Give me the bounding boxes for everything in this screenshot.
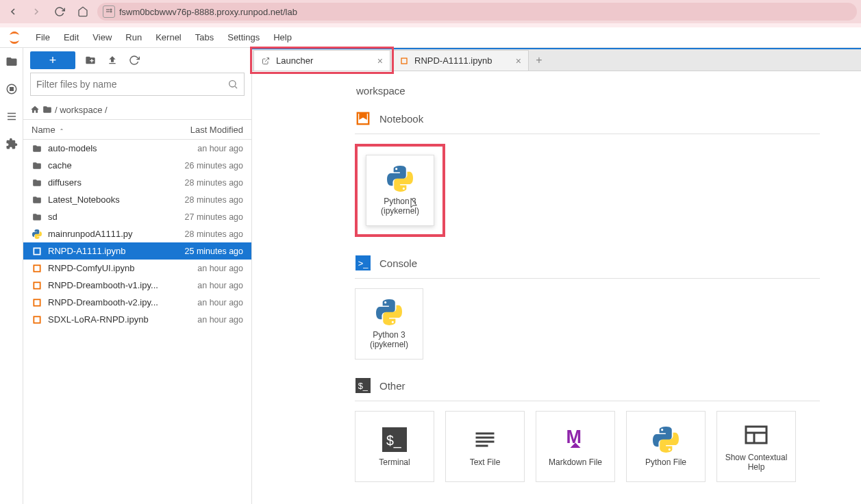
python-icon	[386, 165, 414, 192]
svg-rect-5	[10, 88, 13, 91]
toc-icon[interactable]	[5, 110, 18, 123]
file-row[interactable]: Latest_Notebooks28 minutes ago	[23, 191, 251, 208]
notebook-python3-card[interactable]: Python 3 (ipykernel)	[366, 155, 434, 226]
running-icon[interactable]	[5, 82, 18, 96]
section-console: >_ Console Python 3 (ipykernel)	[355, 255, 861, 360]
text-icon	[471, 426, 499, 453]
svg-point-9	[229, 81, 236, 87]
new-folder-icon[interactable]	[84, 53, 97, 67]
file-time: an hour ago	[197, 281, 243, 290]
svg-rect-13	[34, 282, 40, 288]
file-name: Latest_Notebooks	[48, 194, 179, 205]
forward-button[interactable]	[27, 3, 45, 21]
tab-launcher[interactable]: Launcher ×	[253, 50, 390, 71]
py-icon	[32, 229, 42, 239]
notebook-section-icon	[355, 110, 371, 127]
file-name: auto-models	[48, 143, 192, 153]
extensions-icon[interactable]	[5, 137, 18, 151]
filter-input[interactable]	[36, 79, 227, 90]
other-section-icon: $_	[355, 377, 371, 394]
col-modified[interactable]: Last Modified	[190, 125, 243, 135]
card-label: Text File	[470, 457, 501, 467]
home-icon	[30, 105, 40, 114]
menu-edit[interactable]: Edit	[57, 27, 86, 47]
file-row[interactable]: RNPD-A1111.ipynb25 minutes ago	[23, 242, 251, 260]
nb-icon	[32, 315, 42, 325]
launch-icon	[261, 56, 271, 66]
new-launcher-button[interactable]: +	[30, 51, 75, 69]
file-row[interactable]: RNPD-ComfyUI.ipynban hour ago	[23, 260, 251, 277]
file-time: 28 minutes ago	[185, 195, 243, 205]
menu-view[interactable]: View	[86, 27, 118, 47]
svg-point-3	[110, 11, 112, 12]
activity-bar	[0, 48, 23, 504]
section-title: Other	[379, 380, 405, 392]
card-label: Python File	[645, 457, 686, 467]
upload-icon[interactable]	[105, 53, 119, 67]
folder-icon	[32, 178, 42, 188]
pythonfile-card[interactable]: Python File	[626, 411, 706, 482]
menu-kernel[interactable]: Kernel	[149, 27, 188, 47]
url-text: fswm0bcbwwv76p-8888.proxy.runpod.net/lab	[119, 7, 297, 17]
reload-button[interactable]	[51, 3, 68, 21]
svg-text:$_: $_	[386, 432, 402, 448]
file-list: auto-modelsan hour agocache26 minutes ag…	[23, 140, 251, 504]
help-card[interactable]: Show Contextual Help	[716, 411, 796, 482]
menu-tabs[interactable]: Tabs	[188, 27, 221, 47]
back-button[interactable]	[4, 3, 22, 21]
url-bar[interactable]: fswm0bcbwwv76p-8888.proxy.runpod.net/lab	[97, 3, 857, 21]
tab-label: Launcher	[276, 55, 313, 66]
close-icon[interactable]: ×	[516, 55, 521, 66]
file-row[interactable]: mainrunpodA1111.py28 minutes ago	[23, 225, 251, 242]
browser-toolbar: fswm0bcbwwv76p-8888.proxy.runpod.net/lab	[0, 0, 861, 23]
file-row[interactable]: diffusers28 minutes ago	[23, 174, 251, 191]
breadcrumb[interactable]: / workspace /	[23, 100, 251, 119]
file-row[interactable]: SDXL-LoRA-RNPD.ipynban hour ago	[23, 311, 251, 328]
file-name: cache	[48, 160, 179, 171]
svg-line-10	[235, 86, 237, 88]
svg-rect-28	[476, 444, 488, 446]
refresh-icon[interactable]	[127, 53, 141, 67]
markdown-icon: M	[562, 426, 589, 453]
add-tab-button[interactable]: +	[529, 50, 549, 71]
nb-icon	[32, 281, 42, 290]
notebook-icon	[399, 56, 409, 66]
folder-icon	[32, 212, 42, 222]
menu-run[interactable]: Run	[118, 27, 149, 47]
svg-rect-25	[476, 432, 495, 434]
menu-file[interactable]: File	[29, 27, 57, 47]
textfile-card[interactable]: Text File	[445, 411, 525, 482]
nb-icon	[32, 247, 42, 256]
terminal-card[interactable]: $_ Terminal	[355, 411, 434, 482]
filter-box[interactable]	[30, 73, 245, 96]
folder-icon	[32, 195, 42, 205]
file-name: mainrunpodA1111.py	[48, 229, 179, 239]
search-icon	[227, 79, 238, 90]
file-row[interactable]: RNPD-Dreambooth-v1.ipy...an hour ago	[23, 277, 251, 294]
menu-help[interactable]: Help	[266, 27, 299, 47]
close-icon[interactable]: ×	[377, 55, 383, 66]
tab-notebook[interactable]: RNPD-A1111.ipynb ×	[392, 50, 529, 71]
file-list-header: Name Last Modified	[23, 119, 251, 140]
folder-icon[interactable]	[5, 55, 18, 68]
file-row[interactable]: auto-modelsan hour ago	[23, 140, 251, 157]
home-button[interactable]	[74, 3, 92, 21]
file-row[interactable]: cache26 minutes ago	[23, 157, 251, 174]
file-row[interactable]: sd27 minutes ago	[23, 208, 251, 225]
svg-rect-27	[476, 440, 495, 442]
console-python3-card[interactable]: Python 3 (ipykernel)	[355, 288, 423, 360]
svg-point-2	[110, 9, 112, 10]
file-row[interactable]: RNPD-Dreambooth-v2.ipy...an hour ago	[23, 294, 251, 311]
site-settings-icon[interactable]	[103, 5, 115, 18]
svg-rect-30	[746, 427, 766, 443]
tab-label: RNPD-A1111.ipynb	[414, 55, 492, 66]
card-label: Python 3 (ipykernel)	[381, 197, 419, 216]
console-section-icon: >_	[355, 255, 371, 271]
highlight-box: Python 3 (ipykernel)	[355, 144, 445, 237]
section-other: $_ Other $_ Terminal Text File M Markdow…	[355, 377, 861, 482]
sort-icon	[58, 126, 65, 133]
card-label: Python 3 (ipykernel)	[370, 330, 408, 350]
col-name[interactable]: Name	[32, 125, 55, 135]
menu-settings[interactable]: Settings	[221, 27, 266, 47]
markdown-card[interactable]: M Markdown File	[536, 411, 615, 482]
